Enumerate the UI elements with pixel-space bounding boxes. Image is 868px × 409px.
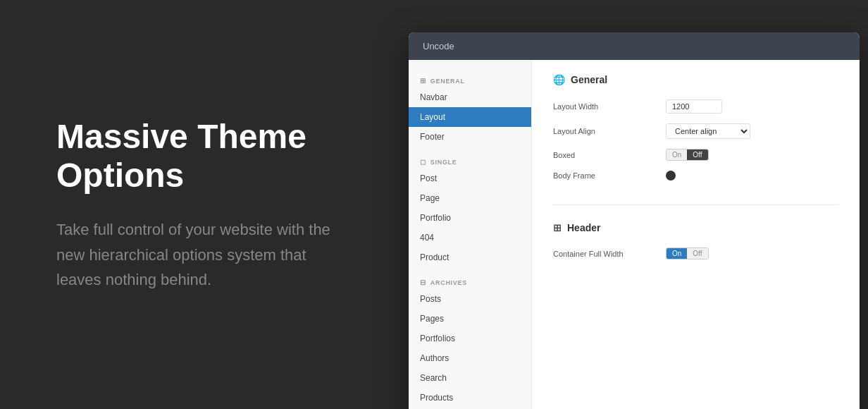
left-panel: Massive Theme Options Take full control …: [0, 75, 409, 334]
sidebar-section-archives-label: ARCHIVES: [430, 279, 467, 286]
browser-topbar: Uncode: [409, 32, 860, 60]
container-full-width-off-button[interactable]: Off: [687, 248, 707, 259]
container-full-width-toggle: On Off: [666, 248, 709, 260]
body-frame-label: Body Frame: [553, 171, 666, 180]
sidebar-item-posts[interactable]: Posts: [409, 289, 531, 309]
section-title-header-label: Header: [567, 222, 600, 233]
settings-section-header: ⊞ Header Container Full Width On Off: [553, 222, 838, 283]
sidebar-item-portfolios[interactable]: Portfolios: [409, 329, 531, 348]
sidebar-item-layout[interactable]: Layout: [409, 107, 531, 127]
settings-section-general: 🌐 General Layout Width Layout Align Cent…: [553, 74, 838, 205]
sidebar-item-authors[interactable]: Authors: [409, 348, 531, 368]
section-title-general: 🌐 General: [553, 74, 838, 85]
sidebar-section-general: ⊞ GENERAL: [409, 71, 531, 87]
layout-align-select[interactable]: Center align Left align Right align: [666, 123, 750, 139]
layout-width-input[interactable]: [666, 99, 722, 114]
setting-row-body-frame: Body Frame: [553, 171, 838, 181]
globe-icon: 🌐: [553, 74, 565, 85]
sidebar-item-search[interactable]: Search: [409, 368, 531, 388]
setting-row-layout-align: Layout Align Center align Left align Rig…: [553, 123, 838, 139]
headline: Massive Theme Options: [56, 117, 352, 195]
layout-icon: ⊞: [553, 222, 562, 233]
browser-title: Uncode: [423, 41, 454, 51]
archive-icon: ⊟: [420, 279, 426, 286]
layout-align-label: Layout Align: [553, 127, 666, 135]
sidebar-item-footer[interactable]: Footer: [409, 127, 531, 147]
body-frame-radio[interactable]: [666, 171, 676, 181]
setting-row-boxed: Boxed On Off: [553, 149, 838, 161]
sidebar-item-404[interactable]: 404: [409, 228, 531, 248]
boxed-label: Boxed: [553, 151, 666, 159]
boxed-toggle: On Off: [666, 149, 709, 161]
section-title-header: ⊞ Header: [553, 222, 838, 233]
sidebar-item-pages[interactable]: Pages: [409, 309, 531, 329]
sidebar: ⊞ GENERAL Navbar Layout Footer ◻ SINGLE: [409, 60, 532, 409]
boxed-off-button[interactable]: Off: [687, 149, 707, 160]
container-full-width-on-button[interactable]: On: [666, 248, 687, 259]
subtext: Take full control of your website with t…: [56, 217, 352, 292]
sidebar-item-products[interactable]: Products: [409, 388, 531, 408]
layout-width-label: Layout Width: [553, 102, 666, 111]
sidebar-item-navbar[interactable]: Navbar: [409, 87, 531, 107]
sidebar-item-page[interactable]: Page: [409, 188, 531, 208]
browser-content: ⊞ GENERAL Navbar Layout Footer ◻ SINGLE: [409, 60, 860, 409]
grid-icon: ⊞: [420, 77, 426, 85]
sidebar-section-single-label: SINGLE: [430, 159, 457, 166]
container-full-width-label: Container Full Width: [553, 250, 666, 258]
right-panel: Uncode ⊞ GENERAL Navbar Layout Footer: [409, 0, 868, 409]
setting-row-layout-width: Layout Width: [553, 99, 838, 114]
sidebar-section-single: ◻ SINGLE: [409, 152, 531, 169]
sidebar-section-general-label: GENERAL: [430, 78, 465, 85]
setting-row-container-full-width: Container Full Width On Off: [553, 248, 838, 260]
section-title-general-label: General: [571, 74, 607, 85]
file-icon: ◻: [420, 158, 426, 166]
boxed-on-button[interactable]: On: [666, 149, 687, 160]
browser-window: Uncode ⊞ GENERAL Navbar Layout Footer: [409, 32, 860, 409]
settings-area: 🌐 General Layout Width Layout Align Cent…: [532, 60, 860, 409]
sidebar-item-portfolio[interactable]: Portfolio: [409, 208, 531, 228]
sidebar-section-archives: ⊟ ARCHIVES: [409, 273, 531, 289]
sidebar-item-post[interactable]: Post: [409, 169, 531, 188]
sidebar-item-product[interactable]: Product: [409, 248, 531, 267]
